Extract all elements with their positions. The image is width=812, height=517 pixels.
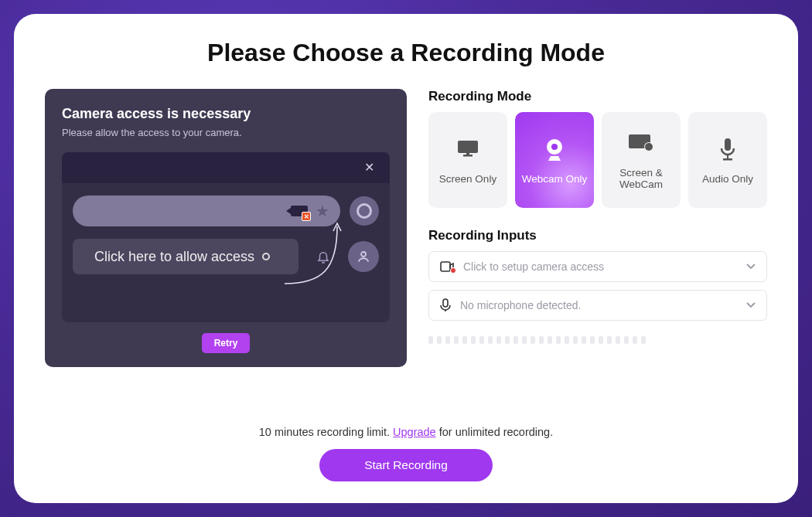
svg-rect-10 [727, 155, 728, 158]
mode-screen-only[interactable]: Screen Only [428, 112, 507, 208]
svg-rect-12 [441, 262, 450, 271]
chevron-down-icon [746, 302, 756, 308]
svg-rect-13 [443, 299, 448, 307]
upgrade-link[interactable]: Upgrade [393, 426, 436, 438]
svg-rect-11 [723, 158, 732, 161]
start-recording-button[interactable]: Start Recording [319, 449, 493, 481]
svg-point-8 [645, 143, 653, 151]
chevron-down-icon [746, 264, 756, 270]
mock-address-bar[interactable]: ✕ ★ [73, 196, 340, 226]
mode-label: Screen Only [439, 173, 496, 185]
footer: 10 minutes recording limit. Upgrade for … [14, 426, 798, 481]
recording-inputs-label: Recording Inputs [428, 228, 767, 243]
microphone-icon [440, 298, 451, 312]
record-indicator-icon[interactable] [350, 196, 379, 226]
svg-rect-3 [466, 153, 469, 155]
webcam-icon [544, 136, 565, 162]
bookmark-star-icon[interactable]: ★ [316, 202, 329, 220]
settings-column: Recording Mode Screen Only Webcam Only [428, 89, 767, 367]
recording-inputs: Click to setup camera access No micropho… [428, 251, 767, 321]
mode-label: Audio Only [702, 173, 753, 185]
mock-instruction-row: Click here to allow access [73, 239, 379, 274]
screen-webcam-icon [628, 130, 654, 156]
camera-icon [440, 261, 454, 272]
mode-screen-and-webcam[interactable]: Screen & WebCam [602, 112, 681, 208]
camera-error-dot-icon [450, 267, 456, 274]
camera-input-select[interactable]: Click to setup camera access [428, 251, 767, 282]
microphone-icon [719, 136, 736, 162]
columns: Camera access is necessary Please allow … [45, 89, 767, 367]
microphone-input-select[interactable]: No microphone detected. [428, 290, 767, 321]
mock-browser-titlebar: ✕ [62, 152, 390, 183]
svg-rect-1 [458, 141, 478, 153]
instruction-text: Click here to allow access [94, 249, 254, 265]
page-title: Please Choose a Recording Mode [45, 39, 767, 67]
mock-address-row: ✕ ★ [73, 196, 379, 226]
mode-label: Webcam Only [522, 173, 588, 185]
pointer-dot-icon [262, 253, 270, 260]
mode-label: Screen & WebCam [606, 167, 676, 190]
mode-audio-only[interactable]: Audio Only [688, 112, 767, 208]
main-panel: Please Choose a Recording Mode Camera ac… [14, 14, 798, 503]
profile-icon[interactable] [348, 241, 379, 272]
close-icon[interactable]: ✕ [364, 162, 374, 174]
recording-mode-options: Screen Only Webcam Only Screen & WebCam [428, 112, 767, 208]
svg-rect-9 [725, 138, 731, 151]
mock-browser: ✕ ✕ ★ Click here to allow access [62, 152, 390, 322]
limit-suffix: for unlimited recording. [436, 426, 554, 438]
recording-mode-label: Recording Mode [428, 89, 767, 104]
microphone-input-text: No microphone detected. [460, 299, 581, 311]
preview-subtext: Please allow the access to your camera. [62, 127, 390, 138]
svg-point-0 [361, 252, 366, 257]
camera-input-text: Click to setup camera access [463, 260, 604, 273]
notifications-icon[interactable] [308, 241, 339, 272]
limit-prefix: 10 minutes recording limit. [259, 426, 393, 438]
preview-heading: Camera access is necessary [62, 106, 390, 122]
retry-button[interactable]: Retry [202, 333, 251, 353]
camera-blocked-icon[interactable]: ✕ [291, 206, 308, 216]
allow-access-hint: Click here to allow access [73, 239, 299, 274]
monitor-icon [456, 136, 479, 162]
audio-level-meter [428, 336, 767, 344]
mode-webcam-only[interactable]: Webcam Only [515, 112, 594, 208]
svg-point-5 [551, 144, 558, 150]
recording-limit-text: 10 minutes recording limit. Upgrade for … [14, 426, 798, 438]
camera-preview-panel: Camera access is necessary Please allow … [45, 89, 407, 367]
